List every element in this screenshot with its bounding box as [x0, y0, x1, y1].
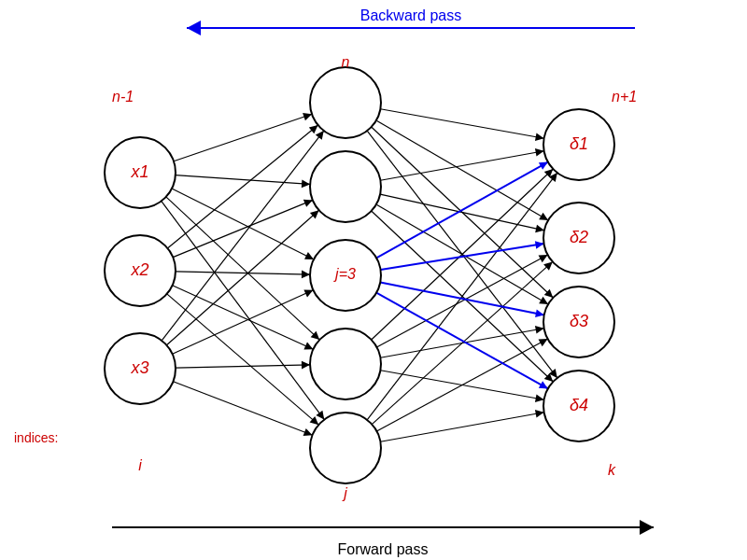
diagram-container	[0, 0, 747, 560]
neural-network-canvas	[0, 0, 747, 560]
